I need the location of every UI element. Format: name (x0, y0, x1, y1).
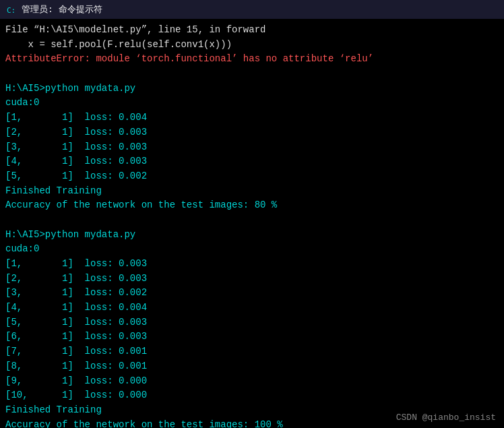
terminal-line: [10, 1] loss: 0.000 (5, 388, 499, 403)
terminal-line: [5, 1] loss: 0.003 (5, 315, 499, 330)
title-bar-label: 管理员: 命令提示符 (22, 3, 102, 16)
terminal-line: Finished Training (5, 184, 499, 199)
terminal-line: Accuracy of the network on the test imag… (5, 198, 499, 213)
terminal-line: H:\AI5>python mydata.py (5, 228, 499, 243)
terminal-line: [8, 1] loss: 0.001 (5, 359, 499, 374)
terminal-line: [7, 1] loss: 0.001 (5, 344, 499, 359)
terminal-line: x = self.pool(F.relu(self.conv1(x))) (5, 38, 499, 53)
terminal-line: [2, 1] loss: 0.003 (5, 125, 499, 140)
terminal-line: cuda:0 (5, 96, 499, 111)
terminal-content: File “H:\AI5\modelnet.py”, line 15, in f… (5, 23, 499, 428)
cmd-icon: C:\ (5, 4, 16, 15)
terminal-line: [5, 1] loss: 0.002 (5, 169, 499, 184)
terminal-line: [1, 1] loss: 0.004 (5, 111, 499, 125)
svg-text:C:\: C:\ (7, 6, 16, 15)
terminal-line: [3, 1] loss: 0.003 (5, 140, 499, 155)
terminal-line (5, 213, 499, 228)
terminal-line: [4, 1] loss: 0.003 (5, 154, 499, 169)
terminal-line: [4, 1] loss: 0.004 (5, 301, 499, 315)
terminal-line (5, 67, 499, 82)
terminal-line: File “H:\AI5\modelnet.py”, line 15, in f… (5, 23, 499, 38)
watermark: CSDN @qianbo_insist (396, 412, 496, 423)
terminal-line: [6, 1] loss: 0.003 (5, 330, 499, 344)
terminal: File “H:\AI5\modelnet.py”, line 15, in f… (0, 19, 504, 428)
terminal-line: H:\AI5>python mydata.py (5, 82, 499, 96)
title-bar: C:\ 管理员: 命令提示符 (0, 0, 504, 19)
terminal-line: [2, 1] loss: 0.003 (5, 272, 499, 286)
terminal-line: [1, 1] loss: 0.003 (5, 257, 499, 272)
terminal-line: AttributeError: module ‘torch.functional… (5, 52, 499, 67)
terminal-line: [9, 1] loss: 0.000 (5, 374, 499, 389)
terminal-line: cuda:0 (5, 242, 499, 257)
terminal-line: [3, 1] loss: 0.002 (5, 286, 499, 301)
